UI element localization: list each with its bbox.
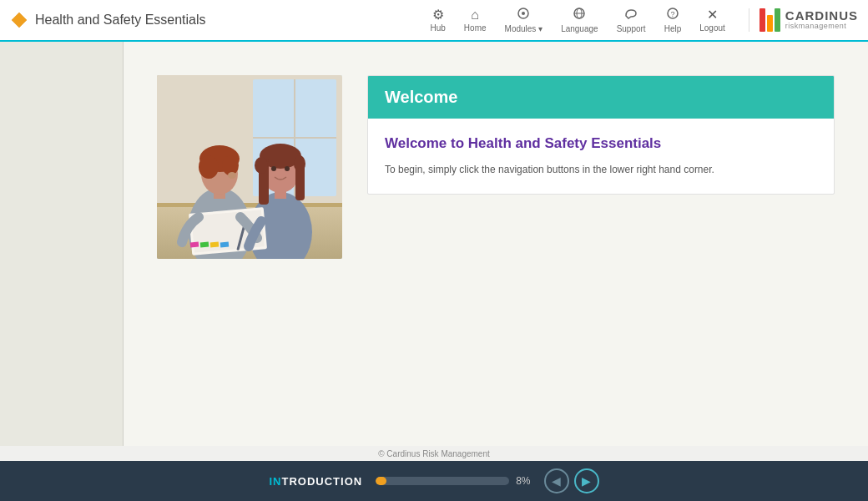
- nav-hub[interactable]: ⚙ Hub: [424, 7, 452, 34]
- modules-label: Modules ▾: [505, 24, 543, 33]
- nav-logout[interactable]: ✕ Logout: [693, 7, 732, 34]
- main-content: Welcome Welcome to Health and Safety Ess…: [124, 42, 868, 461]
- bar-red: [760, 8, 765, 32]
- cardinus-sub: riskmanagement: [785, 23, 858, 31]
- section-label: INTRODUCTION: [269, 475, 362, 488]
- section-highlight: IN: [269, 475, 281, 488]
- help-icon: ?: [666, 7, 679, 23]
- hub-icon: ⚙: [432, 8, 444, 22]
- svg-rect-38: [220, 242, 229, 248]
- next-button[interactable]: ▶: [574, 468, 599, 493]
- nav-modules[interactable]: Modules ▾: [498, 5, 550, 35]
- copyright-text: © Cardinus Risk Management: [378, 449, 490, 458]
- welcome-card-body: Welcome to Health and Safety Essentials …: [368, 119, 834, 194]
- hub-label: Hub: [431, 23, 446, 33]
- nav-help[interactable]: ? Help: [658, 5, 689, 35]
- sidebar: [0, 42, 124, 461]
- help-label: Help: [664, 24, 682, 33]
- nav-support[interactable]: Support: [610, 5, 653, 35]
- nav-items: ⚙ Hub ⌂ Home Modules ▾ Language Support: [424, 5, 732, 35]
- section-rest: TRODUCTION: [281, 475, 362, 488]
- home-label: Home: [464, 23, 487, 33]
- welcome-header-title: Welcome: [385, 88, 457, 106]
- app-logo: Health and Safety Essentials: [10, 11, 424, 29]
- support-icon: [624, 7, 638, 23]
- svg-point-31: [271, 166, 276, 171]
- welcome-card-header: Welcome: [368, 76, 834, 119]
- progress-bar-background: [376, 477, 509, 485]
- welcome-main-heading: Welcome to Health and Safety Essentials: [385, 135, 817, 152]
- svg-point-2: [522, 12, 525, 15]
- progress-bar-fill: [376, 477, 386, 485]
- svg-marker-0: [12, 13, 27, 28]
- modules-icon: [517, 7, 530, 23]
- progress-container: 8%: [376, 475, 530, 487]
- progress-percentage: 8%: [516, 475, 530, 487]
- nav-home[interactable]: ⌂ Home: [457, 7, 493, 34]
- prev-button[interactable]: ◀: [544, 468, 569, 493]
- cardinus-bars-icon: [760, 8, 780, 32]
- photo-placeholder: [157, 75, 342, 259]
- bar-green: [775, 8, 780, 32]
- logout-icon: ✕: [707, 8, 718, 22]
- cardinus-text: CARDINUS riskmanagement: [785, 9, 858, 31]
- svg-rect-15: [157, 203, 342, 207]
- svg-point-20: [199, 155, 219, 179]
- logout-label: Logout: [699, 23, 725, 33]
- nav-language[interactable]: Language: [554, 5, 605, 35]
- svg-rect-35: [190, 242, 199, 248]
- bar-orange: [767, 15, 773, 32]
- svg-point-32: [285, 166, 290, 171]
- language-icon: [573, 7, 586, 23]
- welcome-body-text: To begin, simply click the navigation bu…: [385, 162, 817, 177]
- office-scene-svg: [157, 75, 342, 259]
- diamond-icon: [10, 11, 28, 29]
- svg-rect-37: [210, 242, 219, 248]
- app-title: Health and Safety Essentials: [35, 13, 206, 28]
- copyright-bar: © Cardinus Risk Management: [0, 446, 868, 461]
- home-icon: ⌂: [471, 8, 479, 22]
- top-navigation: Health and Safety Essentials ⚙ Hub ⌂ Hom…: [0, 0, 868, 42]
- support-label: Support: [617, 24, 646, 33]
- cardinus-name: CARDINUS: [785, 9, 858, 23]
- svg-point-29: [255, 157, 268, 174]
- welcome-card: Welcome Welcome to Health and Safety Ess…: [367, 75, 835, 195]
- svg-text:?: ?: [670, 10, 674, 18]
- svg-point-22: [228, 172, 236, 179]
- cardinus-logo: CARDINUS riskmanagement: [749, 8, 858, 32]
- language-label: Language: [561, 24, 598, 33]
- svg-rect-36: [200, 242, 209, 248]
- navigation-arrows: ◀ ▶: [544, 468, 599, 493]
- svg-point-30: [294, 155, 305, 172]
- bottom-bar: INTRODUCTION 8% ◀ ▶: [0, 461, 868, 501]
- welcome-photo: [157, 75, 342, 259]
